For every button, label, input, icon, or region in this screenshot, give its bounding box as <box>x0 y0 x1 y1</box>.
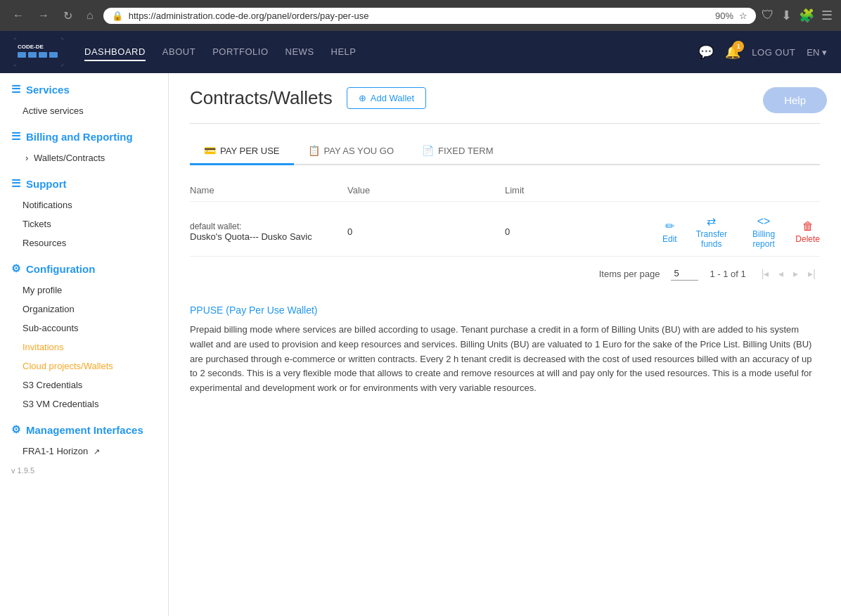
pay-as-you-go-icon: 📋 <box>308 145 320 156</box>
billing-report-icon: <> <box>757 215 771 228</box>
home-button[interactable]: ⌂ <box>82 8 98 23</box>
messages-icon: 💬 <box>698 45 714 59</box>
sidebar-item-my-profile[interactable]: My profile <box>0 281 168 300</box>
edit-button[interactable]: ✏ Edit <box>662 219 677 244</box>
nav-dashboard[interactable]: DASHBOARD <box>84 44 146 61</box>
back-button[interactable]: ← <box>8 8 28 23</box>
security-icon: 🔒 <box>112 11 123 21</box>
external-link-icon: ↗ <box>94 447 100 456</box>
sidebar-section-services: ☰ Services <box>0 73 168 101</box>
app-header: CODE-DE DASHBOARD ABOUT PORTFOLIO NEWS H… <box>0 31 841 73</box>
logout-button[interactable]: LOG OUT <box>752 47 795 58</box>
wallet-owner-name: Dusko's Quota--- Dusko Savic <box>190 231 347 242</box>
pagination-nav: |◂ ◂ ▸ ▸| <box>757 265 820 282</box>
nav-about[interactable]: ABOUT <box>162 44 195 61</box>
nav-portfolio[interactable]: PORTFOLIO <box>212 44 268 61</box>
transfer-funds-button[interactable]: ⇄ Transfer funds <box>691 214 732 249</box>
first-page-button[interactable]: |◂ <box>757 265 773 282</box>
plus-icon: ⊕ <box>359 93 366 103</box>
col-name: Name <box>190 185 347 195</box>
wallet-name-label: default wallet: <box>190 222 347 231</box>
nav-news[interactable]: NEWS <box>285 44 314 61</box>
transfer-icon: ⇄ <box>707 214 716 228</box>
tab-pay-as-you-go[interactable]: 📋 PAY AS YOU GO <box>294 138 408 165</box>
row-actions-cell: ✏ Edit ⇄ Transfer funds <> Billing repor… <box>662 214 820 249</box>
messages-button[interactable]: 💬 <box>698 44 714 60</box>
sidebar-item-resources[interactable]: Resources <box>0 233 168 252</box>
sidebar-item-invitations[interactable]: Invitations <box>0 338 168 357</box>
sidebar-item-horizon[interactable]: FRA1-1 Horizon ↗ <box>0 442 168 461</box>
svg-rect-3 <box>28 52 37 58</box>
shield-icon[interactable]: 🛡 <box>762 8 774 23</box>
billing-icon: ☰ <box>11 130 20 143</box>
download-icon[interactable]: ⬇ <box>781 8 792 23</box>
notifications-button[interactable]: 🔔 1 <box>725 44 740 60</box>
svg-text:CODE-DE: CODE-DE <box>18 44 44 50</box>
info-title: PPUSE (Pay Per Use Wallet) <box>190 304 820 316</box>
config-icon: ⚙ <box>11 262 20 275</box>
prev-page-button[interactable]: ◂ <box>774 265 788 282</box>
main-nav: DASHBOARD ABOUT PORTFOLIO NEWS HELP <box>84 44 698 61</box>
svg-rect-4 <box>39 52 47 58</box>
menu-icon[interactable]: ☰ <box>821 8 833 23</box>
star-icon[interactable]: ☆ <box>739 11 747 21</box>
support-icon: ☰ <box>11 177 20 190</box>
next-page-button[interactable]: ▸ <box>789 265 802 282</box>
items-per-page-label: Items per page <box>599 269 660 279</box>
url-text: https://administration.code-de.org/panel… <box>129 11 710 21</box>
refresh-button[interactable]: ↻ <box>59 8 77 24</box>
fixed-term-icon: 📄 <box>422 145 434 156</box>
svg-rect-5 <box>49 52 58 58</box>
header-actions: 💬 🔔 1 LOG OUT EN ▾ <box>698 44 827 60</box>
sidebar-item-sub-accounts[interactable]: Sub-accounts <box>0 319 168 338</box>
sidebar-section-mgmt: ⚙ Management Interfaces <box>0 413 168 442</box>
table-row: default wallet: Dusko's Quota--- Dusko S… <box>190 207 820 257</box>
items-per-page-select[interactable]: 5 10 25 50 <box>671 267 698 281</box>
sidebar-section-support: ☰ Support <box>0 167 168 195</box>
delete-icon: 🗑 <box>802 220 814 233</box>
zoom-level[interactable]: 90% <box>715 11 733 21</box>
page-title: Contracts/Wallets <box>190 87 333 109</box>
browser-action-icons: 🛡 ⬇ 🧩 ☰ <box>762 8 833 23</box>
add-wallet-button[interactable]: ⊕ Add Wallet <box>347 87 426 109</box>
pagination-info: 1 - 1 of 1 <box>710 269 745 279</box>
sidebar-item-notifications[interactable]: Notifications <box>0 195 168 214</box>
nav-help[interactable]: HELP <box>331 44 357 61</box>
sidebar-item-organization[interactable]: Organization <box>0 300 168 319</box>
forward-button[interactable]: → <box>34 8 53 23</box>
col-value: Value <box>347 185 505 195</box>
svg-rect-2 <box>18 52 26 58</box>
browser-bar: ← → ↻ ⌂ 🔒 https://administration.code-de… <box>0 0 841 31</box>
extensions-icon[interactable]: 🧩 <box>799 8 814 23</box>
info-section: PPUSE (Pay Per Use Wallet) Prepaid billi… <box>190 290 820 410</box>
language-button[interactable]: EN ▾ <box>807 47 827 58</box>
sidebar-item-s3-creds[interactable]: S3 Credentials <box>0 376 168 394</box>
tab-pay-per-use[interactable]: 💳 PAY PER USE <box>190 138 294 165</box>
page-header: Contracts/Wallets ⊕ Add Wallet <box>190 87 820 109</box>
page-divider <box>190 123 820 124</box>
sidebar-item-s3-vm-creds[interactable]: S3 VM Credentials <box>0 394 168 413</box>
tab-fixed-term[interactable]: 📄 FIXED TERM <box>408 138 508 165</box>
logo-image: CODE-DE <box>14 38 63 66</box>
chevron-icon: › <box>25 153 28 163</box>
last-page-button[interactable]: ▸| <box>804 265 820 282</box>
address-bar[interactable]: 🔒 https://administration.code-de.org/pan… <box>103 8 756 24</box>
sidebar-item-tickets[interactable]: Tickets <box>0 214 168 233</box>
pagination-row: Items per page 5 10 25 50 1 - 1 of 1 |◂ … <box>190 257 820 290</box>
row-name-cell: default wallet: Dusko's Quota--- Dusko S… <box>190 222 347 242</box>
sidebar-item-wallets[interactable]: › Wallets/Contracts <box>0 148 168 167</box>
sidebar-item-cloud-projects[interactable]: Cloud projects/Wallets <box>0 357 168 376</box>
sidebar: ☰ Services Active services ☰ Billing and… <box>0 73 169 616</box>
row-value-cell: 0 <box>347 226 505 237</box>
delete-button[interactable]: 🗑 Delete <box>795 220 820 244</box>
help-button[interactable]: Help <box>763 87 827 113</box>
info-text: Prepaid billing mode where services are … <box>190 323 820 396</box>
tabs-bar: 💳 PAY PER USE 📋 PAY AS YOU GO 📄 FIXED TE… <box>190 138 820 165</box>
pay-per-use-icon: 💳 <box>204 145 216 156</box>
mgmt-icon: ⚙ <box>11 423 20 436</box>
col-actions <box>662 185 820 195</box>
table-header: Name Value Limit <box>190 179 820 202</box>
billing-report-button[interactable]: <> Billing report <box>746 215 781 249</box>
page-content: Contracts/Wallets ⊕ Add Wallet 💳 PAY PER… <box>169 73 841 424</box>
sidebar-item-active-services[interactable]: Active services <box>0 101 168 120</box>
